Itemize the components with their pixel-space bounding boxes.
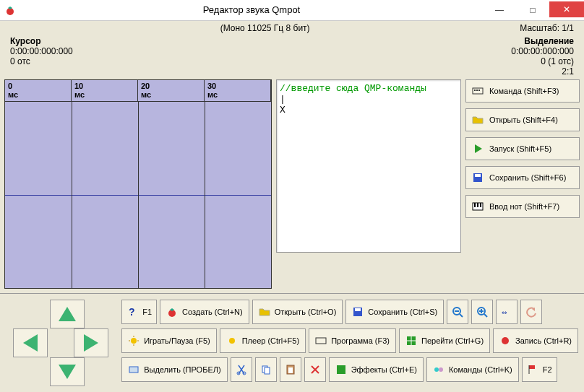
folder-icon	[472, 114, 484, 126]
save-icon	[352, 306, 364, 318]
piano-icon	[472, 201, 484, 212]
program-button[interactable]: Программа (F3)	[309, 328, 396, 353]
new-button[interactable]: Создать (Ctrl+N)	[160, 300, 249, 324]
maximize-button[interactable]: □	[516, 1, 549, 19]
bottom-panel: ?F1 Создать (Ctrl+N) Открыть (Ctrl+O) Со…	[0, 293, 584, 392]
keyboard-icon	[315, 335, 327, 347]
titlebar: Редактор звука Qmpot — □ ✕	[0, 0, 584, 21]
time-ruler: 0мс 10мс 20мс 30мс	[5, 80, 271, 102]
svg-line-16	[460, 314, 463, 317]
keyboard-icon	[472, 85, 484, 97]
grid-icon	[405, 335, 417, 347]
svg-rect-29	[316, 338, 326, 344]
svg-rect-2	[474, 90, 476, 91]
ruler-cell: 20мс	[138, 80, 205, 101]
dpad-down[interactable]	[50, 357, 85, 386]
paste-button[interactable]	[280, 357, 301, 382]
player-button[interactable]: Плеер (Ctrl+F5)	[220, 328, 306, 353]
select-icon	[128, 364, 139, 375]
zoom-in-button[interactable]	[471, 300, 493, 324]
window-title: Редактор звука Qmpot	[20, 4, 483, 15]
svg-point-23	[131, 338, 137, 344]
sun-icon	[128, 335, 139, 347]
run-button[interactable]: Запуск (Shift+F5)	[465, 137, 580, 160]
play-icon	[472, 143, 484, 154]
record-button[interactable]: Запись (Ctrl+R)	[493, 328, 578, 353]
selection-time: 0:00:00:000:000	[511, 46, 574, 56]
command-button[interactable]: Команда (Shift+F3)	[465, 79, 580, 103]
minimize-button[interactable]: —	[483, 1, 516, 19]
svg-point-42	[434, 367, 439, 372]
svg-rect-44	[529, 365, 535, 369]
selection-status: Выделение 0:00:00:000:000 0 (1 отс) 2:1	[511, 36, 574, 77]
svg-rect-34	[129, 367, 138, 373]
waveform-panel[interactable]: 0мс 10мс 20мс 30мс	[4, 79, 272, 289]
cmd-icon	[433, 364, 445, 375]
cut-button[interactable]	[231, 357, 252, 382]
effects-button[interactable]: Эффекты (Ctrl+E)	[329, 357, 424, 382]
svg-rect-8	[474, 203, 476, 207]
commands-button[interactable]: Команды (Ctrl+K)	[426, 357, 519, 382]
zoom-out-icon	[452, 306, 463, 318]
delete-button[interactable]	[304, 357, 326, 382]
open-script-label: Открыть (Shift+F4)	[489, 116, 558, 124]
status-row: Курсор 0:00:00:000:000 0 отс Выделение 0…	[0, 36, 584, 79]
cut-icon	[236, 364, 247, 375]
open-script-button[interactable]: Открыть (Shift+F4)	[465, 108, 580, 131]
dpad-left[interactable]	[13, 328, 48, 357]
help-button[interactable]: ?F1	[121, 300, 157, 324]
flag-icon	[527, 364, 538, 375]
open-button[interactable]: Открыть (Ctrl+O)	[252, 300, 343, 324]
close-button[interactable]: ✕	[549, 1, 584, 17]
svg-rect-40	[288, 367, 293, 373]
app-icon	[4, 4, 16, 16]
copy-button[interactable]	[255, 357, 277, 382]
undo-icon	[525, 306, 537, 318]
toolbar-rows: ?F1 Создать (Ctrl+N) Открыть (Ctrl+O) Со…	[121, 300, 578, 386]
audio-format-label: (Моно 11025 Гц 8 бит)	[10, 23, 520, 33]
svg-rect-41	[337, 365, 345, 374]
goto-button[interactable]: Перейти (Ctrl+G)	[399, 328, 490, 353]
save-button[interactable]: Сохранить (Ctrl+S)	[345, 300, 444, 324]
save-script-button[interactable]: Сохранить (Shift+F6)	[465, 166, 580, 189]
cursor-status: Курсор 0:00:00:000:000 0 отс	[10, 36, 73, 77]
zoom-fit-button[interactable]: ⇔	[496, 300, 518, 324]
dpad	[6, 300, 116, 386]
svg-point-33	[502, 337, 509, 344]
svg-text:?: ?	[129, 306, 135, 318]
cursor-label: Курсор	[10, 36, 73, 46]
paste-icon	[285, 364, 296, 375]
record-icon	[499, 335, 511, 347]
zoom-in-icon	[476, 306, 488, 318]
undo-button[interactable]	[520, 300, 542, 324]
svg-rect-38	[265, 367, 270, 374]
svg-rect-10	[480, 203, 481, 207]
play-pause-button[interactable]: Играть/Пауза (F5)	[121, 328, 217, 353]
svg-rect-6	[475, 174, 481, 177]
f2-button[interactable]: F2	[522, 357, 557, 382]
fx-icon	[335, 364, 347, 375]
svg-rect-14	[355, 308, 361, 311]
help-icon: ?	[126, 306, 138, 318]
folder-icon	[259, 306, 270, 318]
info-row: (Моно 11025 Гц 8 бит) Масштаб: 1/1	[0, 21, 584, 36]
svg-line-19	[484, 314, 487, 317]
delete-icon	[309, 364, 321, 375]
dpad-right[interactable]	[74, 328, 108, 357]
ruler-cell: 0мс	[5, 80, 72, 101]
selection-samples: 0 (1 отс)	[541, 56, 574, 66]
zoom-out-button[interactable]	[447, 300, 468, 324]
waveform-track[interactable]	[5, 102, 271, 288]
svg-point-28	[229, 338, 235, 344]
svg-rect-9	[477, 203, 478, 207]
select-button[interactable]: Выделить (ПРОБЕЛ)	[121, 357, 227, 382]
dpad-up[interactable]	[50, 300, 85, 328]
svg-point-43	[439, 367, 443, 372]
selection-ratio: 2:1	[562, 66, 574, 77]
note-input-button[interactable]: Ввод нот (Shift+F7)	[465, 195, 580, 218]
command-button-label: Команда (Shift+F3)	[489, 87, 559, 95]
save-script-label: Сохранить (Shift+F6)	[489, 173, 566, 182]
svg-rect-4	[478, 90, 480, 91]
copy-icon	[260, 364, 272, 375]
qmp-code-editor[interactable]: //введите сюда QMP-команды | X	[276, 79, 461, 253]
